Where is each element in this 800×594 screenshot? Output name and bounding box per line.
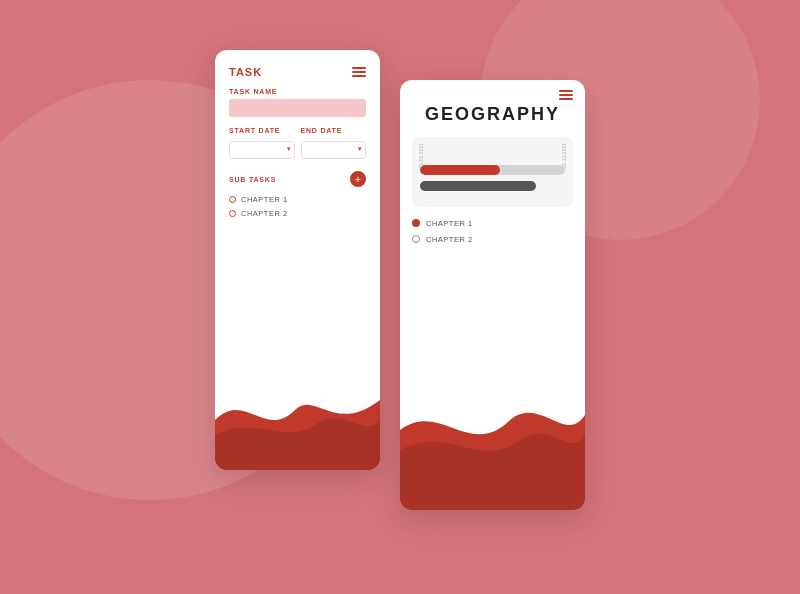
end-date-select-wrapper	[301, 138, 367, 159]
progress-bar-track	[420, 165, 565, 175]
cards-container: TASK TASK NAME START DATE END DATE	[215, 50, 585, 510]
hamburger-menu-icon[interactable]	[352, 67, 366, 77]
end-date-field: END DATE	[301, 127, 367, 159]
progress-chart: 01-01-2021 31-12-2021	[412, 137, 573, 207]
end-date-label: END DATE	[301, 127, 367, 134]
task-card-body: TASK NAME START DATE END DATE SUB TA	[215, 88, 380, 218]
start-date-label: START DATE	[229, 127, 295, 134]
task-card: TASK TASK NAME START DATE END DATE	[215, 50, 380, 470]
date-row: START DATE END DATE	[229, 127, 366, 159]
list-item: CHAPTER 2	[412, 235, 573, 244]
start-date-select-wrapper	[229, 138, 295, 159]
geo-card-title: GEOGRAPHY	[400, 104, 585, 137]
subtask-label: CHAPTER 2	[241, 209, 288, 218]
completed-subtask-icon	[412, 219, 420, 227]
subtask-label: CHAPTER 1	[241, 195, 288, 204]
geo-subtask-label: CHAPTER 1	[426, 219, 473, 228]
start-date-select[interactable]	[229, 141, 295, 159]
wave-spacer	[215, 223, 380, 343]
geo-subtasks: CHAPTER 1 CHAPTER 2	[400, 207, 585, 244]
wave-spacer-geo	[400, 251, 585, 381]
add-subtask-button[interactable]: +	[350, 171, 366, 187]
subtask-circle-icon	[229, 210, 236, 217]
task-card-header: TASK	[215, 50, 380, 88]
task-name-label: TASK NAME	[229, 88, 366, 95]
list-item: CHAPTER 2	[229, 209, 366, 218]
subtasks-header: SUB TASKS +	[229, 171, 366, 187]
subtasks-label: SUB TASKS	[229, 176, 276, 183]
wave-decoration	[215, 360, 380, 470]
progress-bar-fill	[420, 165, 500, 175]
task-card-title: TASK	[229, 66, 262, 78]
end-date-select[interactable]	[301, 141, 367, 159]
geo-hamburger-menu-icon[interactable]	[559, 90, 573, 100]
secondary-bar	[420, 181, 536, 191]
geo-card: GEOGRAPHY 01-01-2021 31-12-2021 CHAPTER …	[400, 80, 585, 510]
start-date-field: START DATE	[229, 127, 295, 159]
list-item: CHAPTER 1	[412, 219, 573, 228]
geo-card-header	[400, 80, 585, 104]
geo-wave-decoration	[400, 380, 585, 510]
chart-date-end: 31-12-2021	[561, 143, 567, 169]
list-item: CHAPTER 1	[229, 195, 366, 204]
geo-subtask-label: CHAPTER 2	[426, 235, 473, 244]
task-name-input[interactable]	[229, 99, 366, 117]
incomplete-subtask-icon	[412, 235, 420, 243]
subtask-circle-icon	[229, 196, 236, 203]
